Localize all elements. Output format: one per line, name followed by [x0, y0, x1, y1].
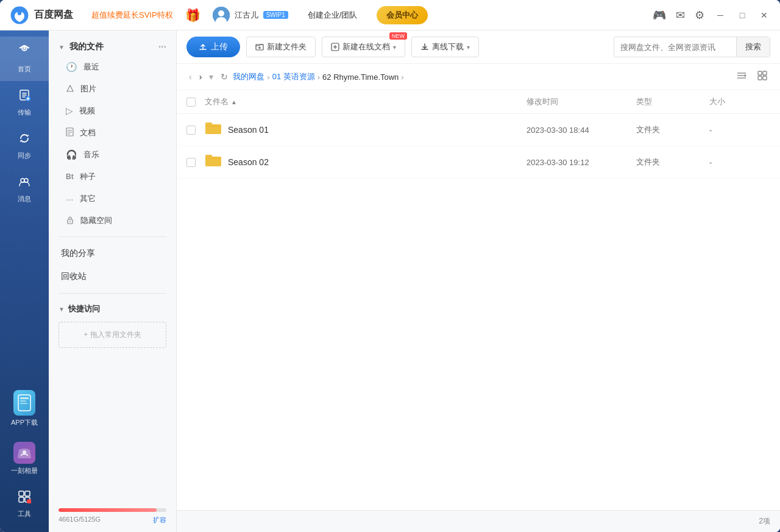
sidebar-item-hidden[interactable]: 隐藏空间	[49, 210, 176, 232]
row1-check[interactable]	[186, 126, 196, 135]
title-bar-nav: 超值续费延长SVIP特权 🎁 江古儿 SWIP1 创建企业/团队 会员中心	[91, 6, 640, 24]
sidebar-bottom: 4661G/5125G 扩容	[49, 501, 176, 532]
table-row[interactable]: Season 01 2023-03-30 18:44 文件夹 -	[177, 114, 780, 146]
grid-view-button[interactable]	[754, 69, 770, 85]
sidebar-item-photo[interactable]: 一刻相册	[0, 434, 49, 483]
new-folder-label: 新建文件夹	[267, 41, 307, 52]
music-label: 音乐	[83, 149, 99, 160]
col-type-header: 类型	[636, 96, 709, 107]
enterprise-btn[interactable]: 创建企业/团队	[300, 7, 365, 24]
torrent-icon: Bt	[66, 172, 74, 181]
sidebar-item-home[interactable]: 首页	[0, 37, 49, 81]
folder-icon	[205, 121, 222, 138]
sidebar-divider-1	[58, 236, 166, 237]
quick-arrow-icon: ▼	[58, 306, 65, 313]
transfer-label: 传输	[18, 108, 31, 117]
images-icon	[66, 84, 74, 94]
sidebar-item-recycle[interactable]: 回收站	[49, 265, 176, 288]
content-toolbar: 上传 新建文件夹 NEW	[177, 30, 780, 64]
my-files-more-icon[interactable]: ···	[158, 41, 166, 52]
quick-add-label: + 拖入常用文件夹	[83, 330, 141, 339]
new-folder-button[interactable]: 新建文件夹	[246, 37, 316, 57]
user-badge: SWIP1	[263, 11, 288, 19]
recent-label: 最近	[83, 62, 99, 73]
sidebar-item-docs[interactable]: 文档	[49, 122, 176, 144]
table-row[interactable]: Season 02 2023-03-30 19:12 文件夹 -	[177, 146, 780, 179]
images-label: 图片	[80, 83, 96, 94]
row2-check[interactable]	[186, 158, 196, 167]
close-button[interactable]: ✕	[758, 9, 770, 21]
file-name-1: Season 01	[228, 125, 269, 135]
home-icon	[17, 44, 32, 62]
sidebar-item-tools[interactable]: 工具	[0, 483, 49, 526]
svg-point-1	[18, 11, 21, 15]
svg-rect-40	[763, 76, 767, 80]
status-bar: 2项	[177, 510, 780, 532]
select-all-checkbox[interactable]	[186, 98, 205, 107]
mail-icon[interactable]: ✉	[676, 9, 685, 22]
user-avatar	[213, 7, 230, 24]
gift-icon[interactable]: 🎁	[185, 8, 200, 23]
header-checkbox[interactable]	[186, 98, 196, 107]
sidebar-item-images[interactable]: 图片	[49, 78, 176, 100]
settings-icon[interactable]: ⚙	[695, 9, 704, 22]
new-doc-label: 新建在线文档	[342, 41, 390, 52]
recent-icon: 🕐	[66, 62, 77, 73]
expand-link[interactable]: 扩容	[153, 516, 166, 525]
breadcrumb-item-root[interactable]: 我的网盘	[233, 71, 264, 82]
member-center-button[interactable]: 会员中心	[377, 6, 428, 24]
maximize-button[interactable]: □	[736, 9, 748, 21]
sort-view-button[interactable]	[734, 69, 750, 84]
forward-button[interactable]: ›	[197, 71, 205, 83]
dropdown-button[interactable]: ▾	[207, 71, 216, 83]
row1-checkbox[interactable]	[186, 126, 205, 135]
search-button[interactable]: 搜索	[736, 37, 770, 57]
quick-access-header: ▼ 快捷访问	[49, 299, 176, 317]
sidebar-item-other[interactable]: ··· 其它	[49, 188, 176, 210]
sidebar-item-music[interactable]: 🎧 音乐	[49, 144, 176, 166]
svg-rect-16	[19, 491, 24, 496]
breadcrumb-item-1[interactable]: 01 英语资源	[272, 71, 315, 82]
sidebar-item-torrent[interactable]: Bt 种子	[49, 166, 176, 188]
my-files-header[interactable]: ▼ 我的文件 ···	[49, 35, 176, 56]
photo-label: 一刻相册	[11, 466, 38, 475]
photo-icon	[13, 442, 35, 464]
minimize-button[interactable]: ─	[714, 9, 726, 21]
col-name-header[interactable]: 文件名 ▲	[205, 96, 526, 107]
sidebar-item-transfer[interactable]: 传输	[0, 81, 49, 124]
svg-rect-13	[20, 400, 26, 402]
sidebar-item-myshare[interactable]: 我的分享	[49, 242, 176, 265]
video-icon: ▷	[66, 105, 73, 116]
sort-icon: ▲	[231, 99, 237, 105]
view-controls	[734, 69, 770, 85]
svg-rect-39	[758, 76, 762, 80]
svg-rect-38	[763, 71, 767, 75]
download-arrow: ▾	[467, 44, 470, 51]
offline-download-button[interactable]: 离线下载 ▾	[411, 37, 479, 57]
sidebar-item-sync[interactable]: 同步	[0, 124, 49, 168]
game-icon[interactable]: 🎮	[653, 9, 666, 22]
row2-checkbox[interactable]	[186, 158, 205, 167]
logo-icon	[10, 5, 29, 25]
promo-link[interactable]: 超值续费延长SVIP特权	[91, 10, 173, 21]
refresh-button[interactable]: ↻	[218, 71, 230, 83]
sidebar-item-app[interactable]: APP下载	[0, 383, 49, 434]
sidebar-item-recent[interactable]: 🕐 最近	[49, 56, 176, 78]
app-logo: 百度网盘	[10, 5, 73, 25]
upload-button[interactable]: 上传	[186, 37, 240, 57]
user-info[interactable]: 江古儿 SWIP1	[213, 7, 288, 24]
video-label: 视频	[79, 105, 95, 116]
sidebar-item-video[interactable]: ▷ 视频	[49, 100, 176, 122]
docs-icon	[66, 127, 74, 138]
quick-add-box[interactable]: + 拖入常用文件夹	[58, 322, 166, 348]
back-button[interactable]: ‹	[186, 71, 194, 83]
col-size-header: 大小	[709, 96, 770, 107]
search-input[interactable]	[614, 38, 736, 56]
music-icon: 🎧	[66, 149, 77, 160]
svg-point-15	[23, 450, 26, 454]
sidebar-item-message[interactable]: 消息	[0, 168, 49, 211]
hidden-label: 隐藏空间	[80, 215, 112, 226]
breadcrumb-sep-1: ›	[267, 73, 269, 82]
new-doc-button[interactable]: NEW 新建在线文档 ▾	[322, 37, 405, 57]
other-icon: ···	[66, 194, 74, 204]
